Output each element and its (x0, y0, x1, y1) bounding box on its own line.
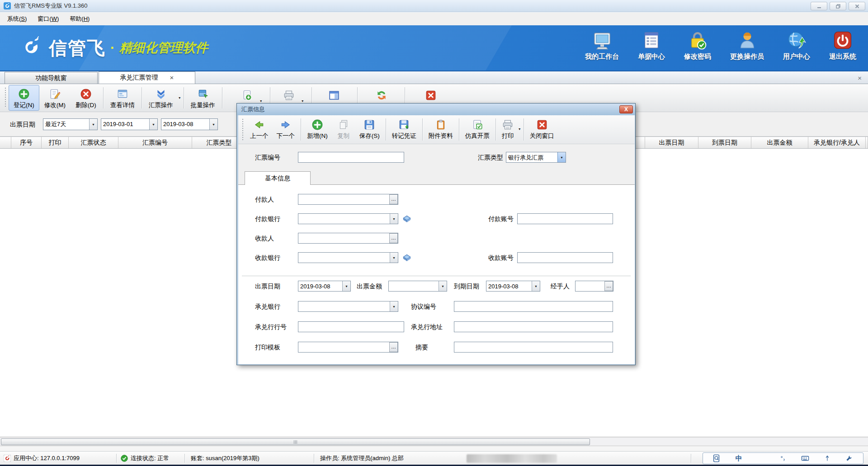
grid-header-arrivedate[interactable]: 到票日期 (698, 137, 751, 148)
payee-account-input[interactable] (517, 252, 613, 263)
print-template-input[interactable] (298, 342, 398, 353)
ime-symbols-icon[interactable] (822, 453, 832, 463)
dropdown-arrow-icon[interactable]: ▼ (439, 281, 447, 291)
summary-input[interactable] (454, 342, 613, 353)
ime-mode-indicator[interactable]: 中 (734, 453, 744, 463)
agreement-no-label: 协议编号 (411, 301, 436, 312)
handler-field-wrap: … (575, 281, 613, 292)
dialog-print-button[interactable]: 打印 ▼ (498, 116, 522, 143)
due-date-combo[interactable]: 2019-03-08 ▼ (486, 281, 540, 292)
dropdown-arrow-icon[interactable]: ▼ (89, 119, 97, 130)
accept-bank-addr-input[interactable] (454, 321, 613, 332)
horizontal-scrollbar[interactable] (0, 437, 868, 446)
toolbar-grip[interactable] (4, 88, 6, 108)
modify-button[interactable]: 修改(M) (39, 85, 71, 111)
payer-bank-combo[interactable]: ▼ (298, 213, 398, 224)
simulate-invoice-button[interactable]: 仿真开票 (461, 116, 494, 143)
delete-button[interactable]: 删除(D) (71, 85, 101, 111)
payee-lookup-button[interactable]: … (389, 233, 398, 243)
workbench-button[interactable]: 我的工作台 (585, 31, 619, 61)
date-preset-combo[interactable]: 最近7天 ▼ (43, 118, 98, 130)
payee-input[interactable] (298, 233, 398, 244)
issue-date-combo[interactable]: 2019-03-08 ▼ (298, 281, 351, 292)
payer-bank-book-icon[interactable] (402, 213, 413, 224)
switch-operator-button[interactable]: 更换操作员 (730, 31, 764, 61)
dialog-print-caret-icon[interactable]: ▼ (518, 127, 521, 131)
change-password-button[interactable]: 修改密码 (684, 31, 711, 61)
accept-bank-combo[interactable]: ▼ (298, 301, 398, 312)
dropdown-arrow-icon[interactable]: ▼ (149, 119, 157, 130)
bill-operations-caret-icon[interactable]: ▼ (178, 96, 181, 99)
dialog-toolbar-separator (422, 118, 423, 141)
view-details-button[interactable]: 查看详情 (105, 85, 140, 111)
payer-input[interactable] (298, 194, 398, 205)
dropdown-arrow-icon[interactable]: ▼ (342, 281, 350, 291)
brand-slogan: 精细化管理软件 (119, 39, 208, 56)
batch-operations-button[interactable]: 批量操作 (186, 85, 220, 111)
payee-bank-combo[interactable]: ▼ (298, 252, 398, 263)
payer-account-input[interactable] (517, 213, 613, 224)
app-logo-icon (4, 2, 11, 9)
dialog-toolbar-grip[interactable] (241, 119, 244, 140)
register-button[interactable]: 登记(N) (9, 85, 39, 111)
date-from-combo[interactable]: 2019-03-01 ▼ (101, 118, 158, 130)
tab-close-icon[interactable]: × (170, 75, 174, 80)
menu-help[interactable]: 帮助(H) (64, 13, 95, 25)
dropdown-arrow-icon[interactable]: ▼ (390, 301, 398, 311)
handler-lookup-button[interactable]: … (604, 281, 613, 291)
scrollbar-thumb[interactable] (1, 438, 590, 445)
minimize-button[interactable] (811, 2, 827, 10)
new-button[interactable]: 新增(N) (303, 116, 332, 143)
post-voucher-button[interactable]: 转记凭证 (388, 116, 420, 143)
restore-button[interactable] (830, 2, 846, 10)
accept-bank-no-input[interactable] (298, 321, 404, 332)
bill-no-input[interactable] (298, 152, 404, 163)
dropdown-arrow-icon[interactable]: ▼ (557, 152, 566, 162)
ime-settings-wrench-icon[interactable] (844, 453, 854, 463)
tabstrip-close-icon[interactable]: × (858, 74, 862, 82)
grid-header-status[interactable]: 汇票状态 (69, 137, 118, 148)
tab-nav-window[interactable]: 功能导航窗 (5, 72, 98, 84)
grid-header-print[interactable]: 打印 (42, 137, 69, 148)
attachments-button[interactable]: 附件资料 (425, 116, 457, 143)
tab-basic-info[interactable]: 基本信息 (245, 171, 311, 185)
next-button[interactable]: 下一个 (273, 116, 299, 143)
ime-moon-icon[interactable] (756, 453, 766, 463)
ime-keyboard-icon[interactable] (800, 453, 810, 463)
grid-header-seq[interactable]: 序号 (11, 137, 42, 148)
amount-combo[interactable]: ▼ (388, 281, 447, 292)
dropdown-arrow-icon[interactable]: ▼ (390, 253, 398, 263)
edit-icon (49, 88, 61, 100)
payer-lookup-button[interactable]: … (389, 194, 398, 204)
ime-logo-icon[interactable] (712, 453, 722, 463)
export-caret-icon[interactable]: ▼ (259, 93, 263, 103)
dropdown-arrow-icon[interactable]: ▼ (532, 281, 540, 291)
previous-button[interactable]: 上一个 (246, 116, 273, 143)
bill-operations-button[interactable]: 汇票操作 ▼ (144, 85, 182, 111)
grid-header-acceptbank[interactable]: 承兑银行/承兑人 (808, 137, 866, 148)
grid-header-issuedate[interactable]: 出票日期 (645, 137, 698, 148)
date-to-combo[interactable]: 2019-03-08 ▼ (161, 118, 218, 130)
print-caret-icon[interactable]: ▼ (301, 93, 304, 103)
save-button[interactable]: 保存(S) (355, 116, 384, 143)
dialog-close-button[interactable]: X (619, 105, 633, 113)
payee-bank-book-icon[interactable] (402, 252, 413, 263)
close-button[interactable] (849, 2, 865, 10)
ime-punctuation-icon[interactable] (778, 453, 788, 463)
agreement-no-input[interactable] (454, 301, 613, 312)
exit-system-button[interactable]: 退出系统 (829, 31, 856, 61)
grid-header-billno[interactable]: 汇票编号 (118, 137, 192, 148)
dialog-titlebar[interactable]: 汇票信息 X (237, 104, 635, 115)
dropdown-arrow-icon[interactable]: ▼ (209, 119, 217, 130)
document-center-button[interactable]: 单据中心 (638, 31, 665, 61)
user-center-button[interactable]: 用户中心 (783, 31, 810, 61)
dropdown-arrow-icon[interactable]: ▼ (390, 214, 398, 224)
bill-type-combo[interactable]: 银行承兑汇票 ▼ (506, 152, 566, 163)
tab-acceptance-bill[interactable]: 承兑汇票管理 × (99, 71, 195, 84)
print-template-lookup-button[interactable]: … (389, 342, 398, 352)
menu-window[interactable]: 窗口(W) (32, 13, 64, 25)
grid-header-amount[interactable]: 出票金额 (751, 137, 808, 148)
status-bar: 应用中心: 127.0.0.1:7099 连接状态: 正常 账套: susan(… (0, 451, 868, 465)
close-window-button[interactable]: 关闭窗口 (526, 116, 558, 143)
menu-system[interactable]: 系统(S) (2, 13, 32, 25)
